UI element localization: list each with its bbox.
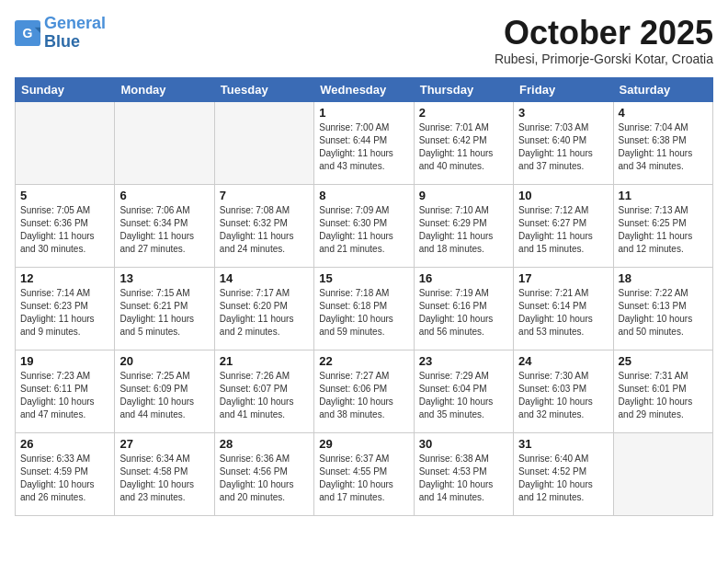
- weekday-header-saturday: Saturday: [613, 77, 712, 101]
- day-info: Sunrise: 7:09 AM Sunset: 6:30 PM Dayligh…: [319, 204, 408, 256]
- day-number: 13: [119, 271, 209, 285]
- logo-text: GeneralBlue: [44, 15, 106, 52]
- day-info: Sunrise: 7:15 AM Sunset: 6:21 PM Dayligh…: [119, 287, 209, 339]
- day-info: Sunrise: 7:04 AM Sunset: 6:38 PM Dayligh…: [619, 121, 708, 173]
- day-number: 22: [319, 354, 408, 368]
- day-number: 18: [619, 271, 708, 285]
- day-info: Sunrise: 7:13 AM Sunset: 6:25 PM Dayligh…: [619, 204, 708, 256]
- day-info: Sunrise: 7:26 AM Sunset: 6:07 PM Dayligh…: [220, 370, 309, 421]
- calendar-cell: 28Sunrise: 6:36 AM Sunset: 4:56 PM Dayli…: [214, 432, 313, 515]
- day-number: 2: [419, 106, 508, 120]
- day-info: Sunrise: 7:00 AM Sunset: 6:44 PM Dayligh…: [319, 121, 408, 173]
- calendar-cell: 6Sunrise: 7:06 AM Sunset: 6:34 PM Daylig…: [115, 184, 214, 267]
- calendar-cell: [115, 101, 214, 184]
- weekday-header-friday: Friday: [514, 77, 613, 101]
- calendar-cell: 30Sunrise: 6:38 AM Sunset: 4:53 PM Dayli…: [414, 432, 513, 515]
- calendar-cell: 31Sunrise: 6:40 AM Sunset: 4:52 PM Dayli…: [514, 432, 613, 515]
- logo-icon: G: [15, 20, 40, 46]
- day-info: Sunrise: 7:12 AM Sunset: 6:27 PM Dayligh…: [518, 204, 608, 256]
- calendar-cell: 1Sunrise: 7:00 AM Sunset: 6:44 PM Daylig…: [314, 101, 414, 184]
- calendar-cell: 13Sunrise: 7:15 AM Sunset: 6:21 PM Dayli…: [115, 267, 214, 350]
- day-info: Sunrise: 7:17 AM Sunset: 6:20 PM Dayligh…: [220, 287, 309, 339]
- calendar-cell: 2Sunrise: 7:01 AM Sunset: 6:42 PM Daylig…: [414, 101, 513, 184]
- calendar-cell: [613, 432, 712, 515]
- day-number: 23: [419, 354, 508, 368]
- day-info: Sunrise: 6:37 AM Sunset: 4:55 PM Dayligh…: [319, 453, 408, 504]
- day-info: Sunrise: 7:25 AM Sunset: 6:09 PM Dayligh…: [119, 370, 209, 421]
- calendar-cell: 3Sunrise: 7:03 AM Sunset: 6:40 PM Daylig…: [514, 101, 613, 184]
- day-info: Sunrise: 7:30 AM Sunset: 6:03 PM Dayligh…: [518, 370, 608, 421]
- day-info: Sunrise: 7:05 AM Sunset: 6:36 PM Dayligh…: [20, 204, 109, 256]
- day-number: 17: [518, 271, 608, 285]
- day-number: 26: [20, 437, 109, 451]
- day-info: Sunrise: 7:06 AM Sunset: 6:34 PM Dayligh…: [119, 204, 209, 256]
- calendar-cell: [16, 101, 115, 184]
- day-info: Sunrise: 7:22 AM Sunset: 6:13 PM Dayligh…: [619, 287, 708, 339]
- logo: G GeneralBlue: [15, 15, 106, 52]
- day-number: 30: [419, 437, 508, 451]
- day-number: 9: [419, 189, 508, 202]
- day-number: 4: [619, 106, 708, 120]
- month-title: October 2025: [495, 15, 713, 52]
- calendar-cell: 20Sunrise: 7:25 AM Sunset: 6:09 PM Dayli…: [115, 350, 214, 432]
- calendar-cell: 4Sunrise: 7:04 AM Sunset: 6:38 PM Daylig…: [613, 101, 712, 184]
- weekday-header-monday: Monday: [115, 77, 214, 101]
- day-number: 10: [518, 189, 608, 202]
- day-info: Sunrise: 7:23 AM Sunset: 6:11 PM Dayligh…: [20, 370, 109, 421]
- day-number: 1: [319, 106, 408, 120]
- calendar-cell: 12Sunrise: 7:14 AM Sunset: 6:23 PM Dayli…: [16, 267, 115, 350]
- day-info: Sunrise: 7:14 AM Sunset: 6:23 PM Dayligh…: [20, 287, 109, 339]
- day-number: 11: [619, 189, 708, 202]
- day-number: 24: [518, 354, 608, 368]
- weekday-header-sunday: Sunday: [16, 77, 115, 101]
- day-info: Sunrise: 7:03 AM Sunset: 6:40 PM Dayligh…: [518, 121, 608, 173]
- calendar-cell: 27Sunrise: 6:34 AM Sunset: 4:58 PM Dayli…: [115, 432, 214, 515]
- day-info: Sunrise: 6:34 AM Sunset: 4:58 PM Dayligh…: [119, 453, 209, 504]
- calendar-cell: 17Sunrise: 7:21 AM Sunset: 6:14 PM Dayli…: [514, 267, 613, 350]
- day-number: 3: [518, 106, 608, 120]
- day-number: 14: [220, 271, 309, 285]
- calendar-cell: 22Sunrise: 7:27 AM Sunset: 6:06 PM Dayli…: [314, 350, 414, 432]
- day-info: Sunrise: 7:31 AM Sunset: 6:01 PM Dayligh…: [619, 370, 708, 421]
- day-number: 5: [20, 189, 109, 202]
- day-number: 31: [518, 437, 608, 451]
- day-number: 25: [619, 354, 708, 368]
- day-info: Sunrise: 7:29 AM Sunset: 6:04 PM Dayligh…: [419, 370, 508, 421]
- calendar-cell: 5Sunrise: 7:05 AM Sunset: 6:36 PM Daylig…: [16, 184, 115, 267]
- calendar-cell: 7Sunrise: 7:08 AM Sunset: 6:32 PM Daylig…: [214, 184, 313, 267]
- calendar-cell: 26Sunrise: 6:33 AM Sunset: 4:59 PM Dayli…: [16, 432, 115, 515]
- calendar-cell: 8Sunrise: 7:09 AM Sunset: 6:30 PM Daylig…: [314, 184, 414, 267]
- weekday-header-row: SundayMondayTuesdayWednesdayThursdayFrid…: [16, 77, 713, 101]
- calendar-cell: 18Sunrise: 7:22 AM Sunset: 6:13 PM Dayli…: [613, 267, 712, 350]
- day-number: 12: [20, 271, 109, 285]
- calendar-cell: 9Sunrise: 7:10 AM Sunset: 6:29 PM Daylig…: [414, 184, 513, 267]
- calendar-cell: 21Sunrise: 7:26 AM Sunset: 6:07 PM Dayli…: [214, 350, 313, 432]
- calendar-week-2: 5Sunrise: 7:05 AM Sunset: 6:36 PM Daylig…: [16, 184, 713, 267]
- weekday-header-thursday: Thursday: [414, 77, 513, 101]
- day-info: Sunrise: 6:40 AM Sunset: 4:52 PM Dayligh…: [518, 453, 608, 504]
- day-number: 20: [119, 354, 209, 368]
- day-info: Sunrise: 7:18 AM Sunset: 6:18 PM Dayligh…: [319, 287, 408, 339]
- day-info: Sunrise: 7:19 AM Sunset: 6:16 PM Dayligh…: [419, 287, 508, 339]
- calendar-cell: 15Sunrise: 7:18 AM Sunset: 6:18 PM Dayli…: [314, 267, 414, 350]
- calendar-cell: 11Sunrise: 7:13 AM Sunset: 6:25 PM Dayli…: [613, 184, 712, 267]
- calendar-cell: 24Sunrise: 7:30 AM Sunset: 6:03 PM Dayli…: [514, 350, 613, 432]
- calendar-week-3: 12Sunrise: 7:14 AM Sunset: 6:23 PM Dayli…: [16, 267, 713, 350]
- day-number: 8: [319, 189, 408, 202]
- day-number: 29: [319, 437, 408, 451]
- title-block: October 2025 Rubesi, Primorje-Gorski Kot…: [495, 15, 713, 66]
- calendar-week-5: 26Sunrise: 6:33 AM Sunset: 4:59 PM Dayli…: [16, 432, 713, 515]
- location-subtitle: Rubesi, Primorje-Gorski Kotar, Croatia: [495, 52, 713, 66]
- page-header: G GeneralBlue October 2025 Rubesi, Primo…: [15, 15, 713, 66]
- day-info: Sunrise: 7:27 AM Sunset: 6:06 PM Dayligh…: [319, 370, 408, 421]
- calendar-cell: 23Sunrise: 7:29 AM Sunset: 6:04 PM Dayli…: [414, 350, 513, 432]
- day-info: Sunrise: 7:08 AM Sunset: 6:32 PM Dayligh…: [220, 204, 309, 256]
- day-info: Sunrise: 6:33 AM Sunset: 4:59 PM Dayligh…: [20, 453, 109, 504]
- day-info: Sunrise: 6:36 AM Sunset: 4:56 PM Dayligh…: [220, 453, 309, 504]
- calendar-cell: 19Sunrise: 7:23 AM Sunset: 6:11 PM Dayli…: [16, 350, 115, 432]
- calendar-table: SundayMondayTuesdayWednesdayThursdayFrid…: [15, 77, 713, 516]
- svg-text:G: G: [23, 25, 33, 40]
- day-number: 16: [419, 271, 508, 285]
- calendar-week-1: 1Sunrise: 7:00 AM Sunset: 6:44 PM Daylig…: [16, 101, 713, 184]
- calendar-cell: [214, 101, 313, 184]
